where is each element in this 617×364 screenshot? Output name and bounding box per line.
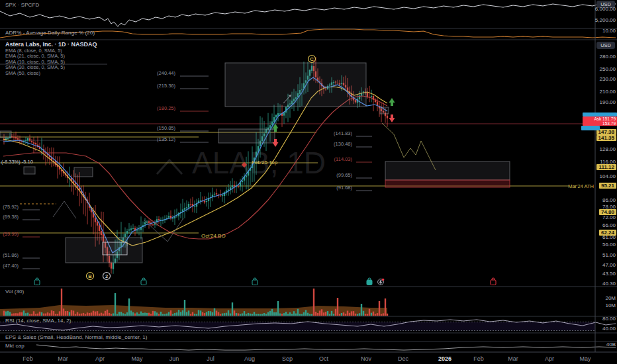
svg-text:Mar'24 ATH: Mar'24 ATH xyxy=(568,183,594,189)
earnings-icon[interactable] xyxy=(34,278,40,285)
svg-text:Oct'24 BO: Oct'24 BO xyxy=(201,233,226,239)
svg-text:(240.44): (240.44) xyxy=(157,70,175,76)
tradingview-chart-window: ALAB, 1D(240.44)(215.36)(180.25)(150.85)… xyxy=(0,0,617,364)
svg-text:(91.68): (91.68) xyxy=(336,185,352,191)
time-axis-label: Nov xyxy=(361,355,371,362)
time-axis[interactable]: FebMarAprMayJunJulAugSepOctNovDec2026Feb… xyxy=(0,352,617,364)
earnings-icon[interactable] xyxy=(491,278,496,285)
svg-text:(99.65): (99.65) xyxy=(336,172,352,178)
spx-line xyxy=(0,3,616,26)
maroon-target-box xyxy=(385,180,510,187)
svg-text:B: B xyxy=(88,273,92,279)
svg-text:(59.99): (59.99) xyxy=(3,231,19,237)
time-axis-label: Apr xyxy=(545,355,554,362)
svg-text:(51.86): (51.86) xyxy=(3,252,19,258)
svg-text:2: 2 xyxy=(105,273,108,279)
time-axis-label: Feb xyxy=(23,355,33,362)
upcoming-earnings-icon[interactable] xyxy=(378,279,385,285)
svg-text:(141.83): (141.83) xyxy=(334,130,352,136)
time-axis-label: Aug xyxy=(244,355,255,362)
svg-text:(150.85): (150.85) xyxy=(157,125,175,131)
svg-text:(47.40): (47.40) xyxy=(3,263,19,269)
earnings-icons[interactable] xyxy=(34,278,496,285)
svg-text:C: C xyxy=(310,56,314,62)
svg-text:(75.92): (75.92) xyxy=(3,204,19,210)
time-axis-label: May xyxy=(131,355,142,362)
chart-canvas[interactable]: ALAB, 1D(240.44)(215.36)(180.25)(150.85)… xyxy=(0,0,617,364)
svg-text:(215.36): (215.36) xyxy=(157,83,175,89)
earnings-icon[interactable] xyxy=(252,278,258,285)
time-axis-label: Mar xyxy=(508,355,518,362)
time-axis-label: Feb xyxy=(473,355,484,362)
earnings-icon[interactable] xyxy=(141,278,146,285)
svg-text:(135.12): (135.12) xyxy=(157,136,175,142)
rsi-pane-graphics xyxy=(0,320,616,331)
mktcap-line xyxy=(36,345,616,350)
svg-text:Feb'25 Top: Feb'25 Top xyxy=(252,159,278,165)
time-axis-label: Oct xyxy=(319,355,328,362)
time-axis-label: Mar xyxy=(58,355,68,362)
svg-text:(-8.33%) -5.10: (-8.33%) -5.10 xyxy=(1,159,33,165)
time-axis-label: May xyxy=(579,355,591,362)
svg-text:(69.38): (69.38) xyxy=(3,214,19,220)
time-axis-label: Apr xyxy=(95,355,105,362)
time-axis-label: Sep xyxy=(282,355,293,362)
time-axis-label: Dec xyxy=(398,355,408,362)
time-axis-label: Jun xyxy=(169,355,179,362)
svg-text:(114.03): (114.03) xyxy=(334,156,353,162)
earnings-icon[interactable] xyxy=(367,278,372,285)
svg-text:(180.25): (180.25) xyxy=(157,105,175,111)
time-axis-label: 2026 xyxy=(438,355,451,362)
time-axis-label: Jul xyxy=(207,355,214,362)
adr-line xyxy=(0,29,616,38)
svg-text:(130.48): (130.48) xyxy=(334,141,352,147)
